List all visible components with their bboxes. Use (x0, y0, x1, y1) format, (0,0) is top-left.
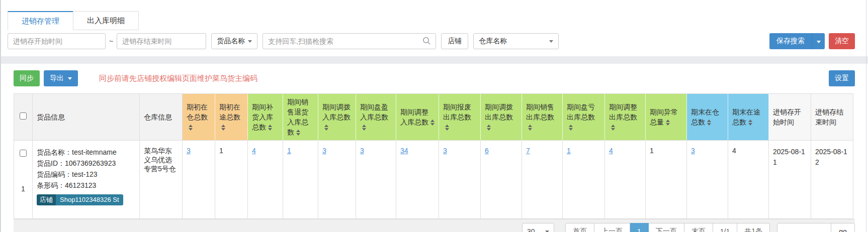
sort-icon[interactable] (528, 125, 532, 131)
column-header-label: 期间调整入库总数 (400, 108, 428, 126)
value-link[interactable]: 1 (287, 147, 291, 155)
chevron-down-icon (817, 41, 821, 43)
value-cell: 1 (563, 141, 605, 218)
save-search-split-button: 保存搜索 (769, 33, 825, 49)
chevron-down-icon (68, 77, 72, 80)
column-header[interactable]: 期间盘亏出库总数 (563, 94, 605, 141)
sync-button[interactable]: 同步 (14, 70, 40, 86)
sort-icon[interactable] (324, 125, 328, 131)
page-size-select[interactable]: 30 (522, 223, 554, 232)
save-search-button[interactable]: 保存搜索 (769, 33, 812, 49)
prev-page-button[interactable]: 上一页 (594, 223, 630, 232)
value-link[interactable]: 3 (691, 147, 695, 155)
shop-badge-label: 店铺 (37, 194, 56, 205)
export-button-label: 导出 (50, 74, 64, 82)
chevron-down-icon (248, 40, 252, 43)
sort-icon[interactable] (221, 125, 225, 131)
sort-icon[interactable] (362, 125, 366, 131)
sort-icon[interactable] (666, 120, 670, 126)
sort-icon[interactable] (189, 125, 193, 131)
value-cell: 1 (215, 141, 248, 218)
export-button[interactable]: 导出 (44, 70, 78, 86)
item-info-line: 货品名称：test-itemname (37, 147, 135, 158)
clear-button[interactable]: 清空 (829, 33, 855, 49)
sort-icon[interactable] (569, 125, 573, 131)
select-all-checkbox[interactable] (20, 112, 27, 120)
value-cell: 2025-08-11 (769, 141, 811, 218)
sort-icon[interactable] (487, 125, 491, 131)
select-all-header (14, 94, 33, 141)
column-header[interactable]: 期间盘盈入库总数 (356, 94, 396, 141)
column-header[interactable]: 期间报废出库总数 (439, 94, 481, 141)
value-link[interactable]: 7 (526, 147, 530, 155)
column-header: 进销存开始时间 (769, 94, 811, 141)
value-cell: 4 (728, 141, 769, 218)
goto-page-input[interactable] (777, 223, 831, 232)
value-link[interactable]: 3 (443, 147, 447, 155)
value-link[interactable]: 34 (400, 147, 408, 155)
column-header[interactable]: 期末在仓总数 (687, 94, 728, 141)
column-header[interactable]: 期末在途总数 (728, 94, 769, 141)
column-header[interactable]: 期间销售出库总数 (522, 94, 563, 141)
column-header[interactable]: 期间调拨入库总数 (318, 94, 356, 141)
next-page-button[interactable]: 下一页 (649, 223, 684, 232)
value-link[interactable]: 3 (187, 147, 191, 155)
warehouse-select[interactable]: 仓库名称 (473, 33, 559, 49)
item-name-dropdown[interactable]: 货品名称 (211, 33, 257, 49)
value-link[interactable]: 4 (252, 147, 256, 155)
first-page-button[interactable]: 首页 (565, 223, 594, 232)
column-header-label: 期间销售出库总数 (526, 103, 554, 121)
column-header-label: 货品信息 (37, 113, 65, 121)
item-info-line: 条形码：46123123 (37, 180, 135, 191)
column-header[interactable]: 期初在途总数 (215, 94, 248, 141)
save-search-caret-button[interactable] (812, 33, 825, 49)
value-link[interactable]: 3 (322, 147, 326, 155)
value-link[interactable]: 1 (567, 147, 571, 155)
value-cell: 7 (522, 141, 563, 218)
settings-button[interactable]: 设置 (829, 70, 855, 86)
sort-icon[interactable] (611, 125, 615, 131)
value-cell: 6 (481, 141, 522, 218)
sort-icon[interactable] (430, 120, 435, 126)
column-header[interactable]: 期间销售退货入库总数 (283, 94, 318, 141)
column-header-label: 进销存开始时间 (773, 108, 801, 126)
column-header-label: 进销存结束时间 (815, 108, 843, 126)
tab-inout-detail[interactable]: 出入库明细 (73, 11, 139, 30)
value-link[interactable]: 6 (485, 147, 489, 155)
column-header-label: 期间报废出库总数 (443, 103, 471, 121)
sort-icon[interactable] (748, 120, 752, 126)
end-time-input[interactable] (117, 33, 206, 49)
total-count: 共1条 (737, 223, 770, 232)
shop-button[interactable]: 店铺 (441, 33, 468, 49)
column-header-label: 期间调整出库总数 (609, 103, 637, 121)
row-checkbox[interactable] (20, 150, 27, 157)
column-header[interactable]: 期间调整入库总数 (396, 94, 439, 141)
current-page-button[interactable]: 1 (630, 223, 649, 232)
column-header[interactable]: 期间异常总量 (646, 94, 687, 141)
filter-bar: ~ 货品名称 店铺 仓库名称 保存搜索 清空 (1, 30, 868, 56)
value-link[interactable]: 4 (609, 147, 613, 155)
tab-inventory-management[interactable]: 进销存管理 (8, 11, 73, 30)
column-header-label: 期末在仓总数 (691, 108, 719, 126)
last-page-button[interactable]: 末页 (684, 223, 713, 232)
column-header[interactable]: 期间调整出库总数 (605, 94, 646, 141)
column-header[interactable]: 期间补货入库总数 (248, 94, 283, 141)
start-time-input[interactable] (8, 33, 106, 49)
sync-warning-text: 同步前请先店铺授权编辑页面维护菜鸟货主编码 (99, 74, 257, 83)
sort-icon[interactable] (296, 130, 300, 136)
value-cell: 3 (318, 141, 356, 218)
value-link[interactable]: 3 (360, 147, 364, 155)
chevron-down-icon (549, 40, 553, 43)
value-cell: 3 (439, 141, 481, 218)
column-header[interactable]: 期间调拨出库总数 (481, 94, 522, 141)
column-header: 仓库信息 (140, 94, 183, 141)
header-row: 货品信息仓库信息期初在仓总数期初在途总数期间补货入库总数期间销售退货入库总数期间… (14, 94, 853, 141)
item-name-dropdown-label: 货品名称 (217, 37, 245, 46)
column-header[interactable]: 期初在仓总数 (183, 94, 215, 141)
section-divider (1, 56, 868, 64)
search-input[interactable] (263, 33, 436, 49)
go-button[interactable]: go (831, 223, 855, 232)
sort-icon[interactable] (268, 125, 272, 131)
sort-icon[interactable] (707, 120, 711, 126)
sort-icon[interactable] (445, 125, 449, 131)
